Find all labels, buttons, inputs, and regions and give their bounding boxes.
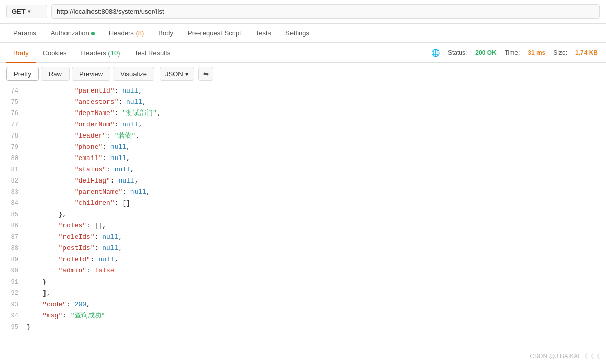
- tab-response-body[interactable]: Body: [6, 44, 36, 63]
- line-content: "code": 200,: [27, 299, 606, 310]
- chevron-down-icon: ▾: [28, 9, 30, 14]
- table-row: 76 "deptName": "测试部门",: [0, 108, 606, 119]
- line-content: },: [27, 209, 606, 220]
- format-dropdown[interactable]: JSON ▾: [160, 67, 194, 81]
- line-content: }: [27, 277, 606, 288]
- table-row: 89 "roleId": null,: [0, 254, 606, 265]
- line-number: 86: [0, 220, 27, 232]
- table-row: 78 "leader": "若依",: [0, 130, 606, 142]
- line-number: 81: [0, 164, 27, 175]
- table-row: 87 "roleIds": null,: [0, 232, 606, 243]
- line-number: 89: [0, 254, 27, 265]
- table-row: 75 "ancestors": null,: [0, 97, 606, 108]
- method-dropdown[interactable]: GET ▾: [6, 5, 47, 18]
- line-content: "deptName": "测试部门",: [27, 108, 606, 119]
- table-row: 83 "parentName": null,: [0, 187, 606, 198]
- line-number: 78: [0, 130, 27, 142]
- table-row: 90 "admin": false: [0, 265, 606, 277]
- line-number: 87: [0, 232, 27, 243]
- line-content: "parentId": null,: [27, 85, 606, 97]
- line-number: 76: [0, 108, 27, 119]
- response-headers-badge: (10): [106, 49, 120, 57]
- line-content: "leader": "若依",: [27, 130, 606, 142]
- tab-tests[interactable]: Tests: [249, 24, 278, 42]
- table-row: 82 "delFlag": null,: [0, 175, 606, 187]
- time-value: 31 ms: [528, 49, 545, 56]
- request-tabs: Params Authorization Headers (8) Body Pr…: [0, 24, 606, 43]
- line-content: "phone": null,: [27, 142, 606, 153]
- watermark: CSDN @J BAIKAL《《《: [530, 352, 600, 361]
- response-header-row: Body Cookies Headers (10) Test Results 🌐…: [0, 43, 606, 63]
- url-bar: GET ▾: [0, 0, 606, 24]
- line-content: ],: [27, 288, 606, 299]
- tab-body[interactable]: Body: [151, 24, 181, 42]
- line-number: 90: [0, 265, 27, 277]
- format-chevron-icon: ▾: [185, 70, 189, 78]
- tab-headers[interactable]: Headers (8): [102, 24, 151, 42]
- table-row: 86 "roles": [],: [0, 220, 606, 232]
- format-label: JSON: [165, 70, 183, 78]
- raw-button[interactable]: Raw: [41, 67, 70, 81]
- line-number: 94: [0, 310, 27, 322]
- tab-response-cookies[interactable]: Cookies: [36, 44, 74, 62]
- view-controls: Pretty Raw Preview Visualize JSON ▾ ⇋: [0, 63, 606, 85]
- table-row: 95}: [0, 322, 606, 333]
- line-number: 84: [0, 198, 27, 209]
- line-content: "roleId": null,: [27, 254, 606, 265]
- line-number: 74: [0, 85, 27, 97]
- line-content: "delFlag": null,: [27, 175, 606, 187]
- table-row: 77 "orderNum": null,: [0, 119, 606, 130]
- table-row: 79 "phone": null,: [0, 142, 606, 153]
- line-number: 95: [0, 322, 27, 333]
- status-bar: 🌐 Status: 200 OK Time: 31 ms Size: 1.74 …: [431, 43, 606, 62]
- authorization-dot: [91, 32, 95, 35]
- visualize-button[interactable]: Visualize: [113, 67, 154, 81]
- pretty-button[interactable]: Pretty: [6, 67, 39, 81]
- line-content: }: [27, 322, 606, 333]
- line-number: 80: [0, 153, 27, 164]
- globe-icon: 🌐: [431, 49, 440, 57]
- line-number: 82: [0, 175, 27, 187]
- line-content: "roleIds": null,: [27, 232, 606, 243]
- line-content: "status": null,: [27, 164, 606, 175]
- table-row: 80 "email": null,: [0, 153, 606, 164]
- line-number: 79: [0, 142, 27, 153]
- line-content: "parentName": null,: [27, 187, 606, 198]
- tab-authorization[interactable]: Authorization: [43, 24, 102, 42]
- table-row: 91 }: [0, 277, 606, 288]
- preview-button[interactable]: Preview: [72, 67, 110, 81]
- response-tabs: Body Cookies Headers (10) Test Results: [0, 43, 431, 62]
- tab-prerequest[interactable]: Pre-request Script: [181, 24, 249, 42]
- status-value: 200 OK: [475, 49, 496, 56]
- time-label: Time:: [505, 49, 520, 56]
- method-label: GET: [12, 8, 26, 15]
- response-body-code[interactable]: 74 "parentId": null,75 "ancestors": null…: [0, 85, 606, 364]
- size-value: 1.74 KB: [575, 49, 598, 56]
- table-row: 84 "children": []: [0, 198, 606, 209]
- line-number: 77: [0, 119, 27, 130]
- status-label: Status:: [448, 49, 467, 56]
- line-number: 75: [0, 97, 27, 108]
- table-row: 74 "parentId": null,: [0, 85, 606, 97]
- table-row: 94 "msg": "查询成功": [0, 310, 606, 322]
- line-number: 85: [0, 209, 27, 220]
- url-input[interactable]: [51, 4, 600, 19]
- line-content: "orderNum": null,: [27, 119, 606, 130]
- wrap-button[interactable]: ⇋: [198, 67, 213, 81]
- tab-test-results[interactable]: Test Results: [127, 44, 177, 62]
- line-content: "admin": false: [27, 265, 606, 277]
- table-row: 92 ],: [0, 288, 606, 299]
- line-content: "ancestors": null,: [27, 97, 606, 108]
- line-number: 93: [0, 299, 27, 310]
- size-label: Size:: [553, 49, 567, 56]
- headers-badge: (8): [134, 29, 144, 37]
- table-row: 85 },: [0, 209, 606, 220]
- line-content: "roles": [],: [27, 220, 606, 232]
- tab-params[interactable]: Params: [6, 24, 43, 42]
- tab-response-headers[interactable]: Headers (10): [74, 44, 127, 62]
- tab-settings[interactable]: Settings: [278, 24, 317, 42]
- table-row: 81 "status": null,: [0, 164, 606, 175]
- wrap-icon: ⇋: [203, 70, 209, 78]
- line-number: 83: [0, 187, 27, 198]
- line-content: "msg": "查询成功": [27, 310, 606, 322]
